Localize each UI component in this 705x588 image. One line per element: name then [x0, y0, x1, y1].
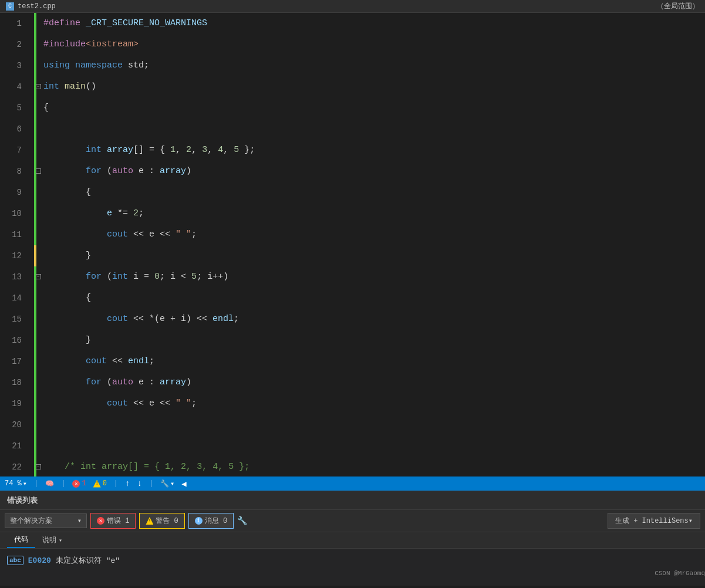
line-number-5: 5 — [0, 97, 26, 119]
editor-area: 12345678910111213141516171819202122 −−−−… — [0, 13, 705, 477]
error-list-content: abc E0020 未定义标识符 "e" CSDN @MrGaomq — [0, 549, 705, 572]
title-bar: C test2.cpp （全局范围） — [0, 0, 705, 13]
warn-filter-triangle-icon: ! — [146, 517, 153, 525]
warn-triangle-icon: ! — [93, 480, 101, 488]
csdn-credit: CSDN @MrGaomq — [655, 570, 705, 577]
line-number-22: 22 — [0, 457, 26, 477]
line-number-13: 13 — [0, 266, 26, 288]
line-number-21: 21 — [0, 435, 26, 457]
line-number-10: 10 — [0, 203, 26, 224]
line-number-9: 9 — [0, 182, 26, 203]
line-number-3: 3 — [0, 55, 26, 76]
filter-button[interactable]: 🔧 ▾ — [160, 479, 174, 488]
error-tabs: 代码 说明 ▾ — [0, 532, 705, 549]
code-line-8[interactable]: for (auto e : array) — [41, 161, 705, 182]
line-numbers: 12345678910111213141516171819202122 — [0, 13, 32, 477]
code-line-9[interactable]: { — [41, 182, 705, 203]
code-line-6[interactable] — [41, 119, 705, 140]
collapse-btn-line-13[interactable]: − — [36, 274, 41, 279]
line-number-6: 6 — [0, 119, 26, 140]
status-sep3: | — [114, 479, 118, 488]
error-filter-button[interactable]: ✕ 错误 1 — [90, 513, 136, 529]
status-sep4: | — [149, 479, 153, 488]
error-filter-circle-icon: ✕ — [97, 517, 104, 525]
line-number-11: 11 — [0, 224, 26, 245]
code-line-21[interactable] — [41, 435, 705, 457]
tab-desc-label: 说明 — [42, 535, 56, 545]
info-filter-label: 消息 0 — [205, 516, 227, 526]
code-line-2[interactable]: #include<iostream> — [41, 34, 705, 55]
code-line-17[interactable]: cout << endl; — [41, 351, 705, 372]
build-label: 生成 + IntelliSens▾ — [615, 516, 693, 526]
tab-arrow-icon: ▾ — [59, 537, 62, 544]
code-line-19[interactable]: cout << e << " "; — [41, 393, 705, 414]
line-number-2: 2 — [0, 34, 26, 55]
code-line-22[interactable]: /* int array[] = { 1, 2, 3, 4, 5 }; — [41, 457, 705, 477]
collapse-btn-line-22[interactable]: − — [36, 464, 41, 469]
status-sep1: | — [34, 479, 38, 488]
scope-dropdown[interactable]: （全局范围） — [657, 2, 699, 11]
warning-count[interactable]: ! 0 — [93, 479, 107, 488]
line-number-12: 12 — [0, 245, 26, 266]
scope-indicator: （全局范围） — [657, 1, 699, 11]
error-item[interactable]: abc E0020 未定义标识符 "e" — [7, 552, 698, 569]
line-number-15: 15 — [0, 309, 26, 330]
code-line-11[interactable]: cout << e << " "; — [41, 224, 705, 245]
code-line-1[interactable]: #define _CRT_SECURE_NO_WARNINGS — [41, 13, 705, 34]
collapse-btn-line-4[interactable]: − — [36, 84, 41, 89]
zoom-arrow-icon: ▾ — [23, 479, 27, 488]
file-icon: C — [6, 2, 14, 11]
error-abc-icon: abc — [7, 556, 23, 565]
line-number-1: 1 — [0, 13, 26, 34]
line-number-16: 16 — [0, 330, 26, 351]
warning-filter-button[interactable]: ! 警告 0 — [139, 513, 184, 529]
error-message-text: 未定义标识符 "e" — [56, 555, 120, 566]
solution-arrow-icon: ▾ — [77, 516, 82, 525]
code-lines[interactable]: #define _CRT_SECURE_NO_WARNINGS#include<… — [41, 13, 705, 477]
file-name: test2.cpp — [18, 2, 56, 11]
tab-code[interactable]: 代码 — [7, 532, 35, 548]
error-count[interactable]: ✕ 1 — [72, 479, 86, 488]
code-line-5[interactable]: { — [41, 97, 705, 119]
line-number-20: 20 — [0, 414, 26, 435]
code-line-14[interactable]: { — [41, 288, 705, 309]
title-bar-left: C test2.cpp — [6, 2, 56, 11]
warning-filter-label: 警告 0 — [156, 516, 178, 526]
warning-number: 0 — [103, 479, 107, 488]
status-bar: 74 % ▾ | 🧠 | ✕ 1 ! 0 | ↑ ↓ | 🔧 ▾ ◀ — [0, 477, 705, 491]
code-line-4[interactable]: int main() — [41, 76, 705, 97]
toolbar-filter-icon[interactable]: 🔧 — [237, 516, 247, 526]
error-panel-title: 错误列表 — [7, 495, 38, 506]
collapse-panel-button[interactable]: ◀ — [181, 479, 186, 489]
code-line-7[interactable]: int array[] = { 1, 2, 3, 4, 5 }; — [41, 140, 705, 161]
error-code-label: E0020 — [28, 556, 51, 565]
code-line-10[interactable]: e *= 2; — [41, 203, 705, 224]
filter-arrow-icon: ▾ — [170, 479, 174, 488]
line-number-7: 7 — [0, 140, 26, 161]
code-line-3[interactable]: using namespace std; — [41, 55, 705, 76]
code-line-15[interactable]: cout << *(e + i) << endl; — [41, 309, 705, 330]
code-line-18[interactable]: for (auto e : array) — [41, 372, 705, 393]
solution-dropdown[interactable]: 整个解决方案 ▾ — [5, 513, 87, 528]
info-filter-button[interactable]: i 消息 0 — [188, 513, 234, 529]
intellisense-icon[interactable]: 🧠 — [45, 479, 54, 488]
code-line-12[interactable]: } — [41, 245, 705, 266]
line-number-17: 17 — [0, 351, 26, 372]
zoom-control[interactable]: 74 % ▾ — [5, 479, 27, 488]
error-panel: 错误列表 整个解决方案 ▾ ✕ 错误 1 ! 警告 0 i 消息 0 🔧 生成 … — [0, 491, 705, 586]
error-circle-icon: ✕ — [72, 480, 80, 488]
tab-description[interactable]: 说明 ▾ — [35, 533, 69, 548]
filter-tool-icon: 🔧 — [160, 479, 169, 488]
build-button[interactable]: 生成 + IntelliSens▾ — [608, 513, 700, 529]
code-line-20[interactable] — [41, 414, 705, 435]
nav-up-button[interactable]: ↑ — [125, 479, 130, 488]
brain-icon: 🧠 — [45, 479, 54, 488]
line-number-14: 14 — [0, 288, 26, 309]
tab-code-label: 代码 — [14, 535, 28, 545]
code-line-16[interactable]: } — [41, 330, 705, 351]
code-line-13[interactable]: for (int i = 0; i < 5; i++) — [41, 266, 705, 288]
line-number-4: 4 — [0, 76, 26, 97]
line-number-8: 8 — [0, 161, 26, 182]
nav-down-button[interactable]: ↓ — [137, 479, 141, 488]
collapse-btn-line-8[interactable]: − — [36, 168, 41, 174]
